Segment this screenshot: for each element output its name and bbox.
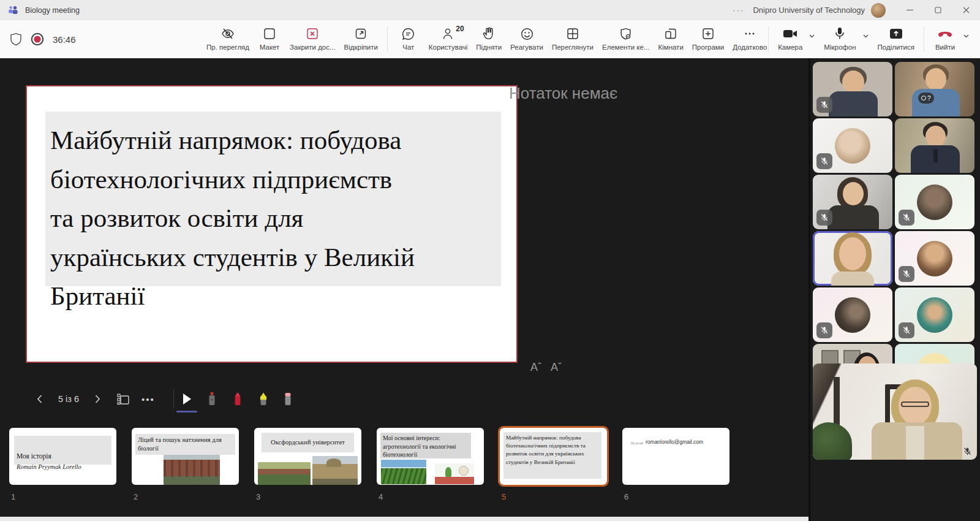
chat-button[interactable]: Чат: [393, 20, 424, 51]
slide-thumbnail-4[interactable]: Мої основні інтереси: агротехнології та …: [377, 428, 484, 485]
microphone-icon: [834, 26, 846, 42]
chevron-left-icon: [34, 394, 45, 405]
font-increase-button[interactable]: Aˆ: [530, 361, 541, 374]
participant-avatar: [917, 297, 952, 333]
react-button[interactable]: Реагувати: [506, 20, 548, 51]
close-button[interactable]: [952, 0, 980, 20]
slide-thumbnail-6[interactable]: My email romanlorello@gmail.com: [622, 428, 729, 485]
participant-tile-5[interactable]: [813, 175, 892, 229]
mic-off-icon: [820, 326, 829, 335]
security-shield-icon[interactable]: [10, 32, 22, 46]
teams-app-icon: [8, 5, 19, 16]
yellow-highlighter-icon: [258, 391, 269, 407]
share-button[interactable]: Поділитися: [873, 20, 919, 51]
slide-position-label: 5 із 6: [51, 388, 86, 410]
toolbar-divider: [387, 26, 388, 52]
microphone-dropdown-chevron-icon[interactable]: [862, 20, 870, 42]
shield-gear-icon: [619, 26, 633, 42]
pinned-speaker-video[interactable]: [813, 363, 977, 460]
camera-icon: [782, 26, 798, 42]
toolbar-divider: [768, 26, 769, 52]
nav-more-options-button[interactable]: •••: [138, 388, 158, 410]
apps-button[interactable]: Програми: [688, 20, 728, 51]
nav-ellipsis-icon: •••: [141, 394, 155, 405]
preview-button[interactable]: Пр. перегляд: [202, 20, 254, 51]
thumbnail-number-2: 2: [134, 492, 138, 501]
slide-thumbnail-1[interactable]: Моя історія Romain Pryymak Lorello: [9, 428, 116, 485]
nav-divider: [173, 389, 174, 409]
participants-button[interactable]: 20 Користувачі: [424, 20, 472, 51]
laser-pointer-icon: [206, 391, 217, 407]
maximize-button[interactable]: [924, 0, 952, 20]
popout-icon: [354, 26, 368, 42]
highlighter-tool-button[interactable]: [255, 388, 272, 410]
mic-off-icon: [820, 213, 829, 222]
participant-avatar: [917, 241, 952, 276]
record-indicator-icon[interactable]: [31, 32, 44, 46]
minimize-icon: [907, 7, 913, 13]
titlebar-overflow-icon[interactable]: ···: [733, 6, 744, 15]
breakout-rooms-button[interactable]: Кімнати: [654, 20, 687, 51]
leave-dropdown-chevron-icon[interactable]: [962, 20, 970, 42]
pen-tool-button[interactable]: [229, 388, 246, 410]
ellipsis-icon: [743, 26, 756, 42]
chat-icon: [401, 26, 415, 42]
stop-sharing-button[interactable]: Закрити дос...: [285, 20, 340, 51]
selected-tool-indicator: [176, 411, 197, 413]
participant-tile-7-active-speaker[interactable]: [813, 231, 892, 286]
mic-off-icon: [902, 213, 911, 222]
eraser-tool-button[interactable]: [279, 388, 296, 410]
smiley-icon: [520, 26, 534, 42]
bottom-edge-strip: [0, 517, 810, 521]
participant-tile-2[interactable]: ?: [895, 62, 974, 116]
thumbnail-number-3: 3: [256, 492, 260, 501]
view-button[interactable]: Переглянути: [548, 20, 598, 51]
mic-off-icon: [820, 157, 829, 165]
participant-tile-10[interactable]: [895, 287, 974, 342]
slide-grid-view-button[interactable]: [114, 388, 132, 410]
participant-tile-8[interactable]: [895, 231, 974, 286]
camera-button[interactable]: Камера: [774, 20, 807, 51]
laser-pointer-tool-button[interactable]: [203, 388, 221, 410]
mic-off-icon: [820, 101, 829, 109]
muted-mic-badge: [899, 266, 914, 282]
participant-tile-4[interactable]: [895, 118, 974, 173]
notes-placeholder: Нотаток немає: [509, 84, 617, 103]
slide-thumbnail-5-selected[interactable]: Майбутній напрямок: побудова біотехнолог…: [500, 428, 607, 485]
eraser-icon: [282, 391, 293, 407]
sidebar-divider: [809, 58, 810, 521]
meeting-controls-button[interactable]: Елементи ке...: [598, 20, 654, 51]
muted-mic-badge: [816, 322, 832, 338]
unpin-button[interactable]: Відкріпити: [340, 20, 382, 51]
participant-tile-6[interactable]: [895, 175, 974, 229]
current-slide[interactable]: Майбутній напрямок: побудова біотехнолог…: [26, 85, 518, 363]
layout-icon: [263, 26, 276, 42]
close-icon: [963, 7, 970, 13]
font-decrease-button[interactable]: Aˇ: [551, 361, 562, 374]
participant-tile-9[interactable]: [813, 287, 892, 342]
minimize-button[interactable]: [895, 0, 924, 20]
microphone-button[interactable]: Мікрофон: [820, 20, 860, 51]
meeting-title: Biology meeting: [25, 6, 80, 15]
participant-tile-3[interactable]: [813, 118, 892, 173]
slide-thumbnail-2[interactable]: Ліцей та пошук натхнення для біології: [132, 428, 239, 485]
muted-mic-badge: [816, 210, 832, 226]
previous-slide-button[interactable]: [32, 388, 48, 410]
thumbnail-number-1: 1: [11, 492, 15, 501]
account-avatar[interactable]: [871, 3, 886, 18]
mic-off-dark-icon: [963, 447, 972, 456]
raise-hand-button[interactable]: Підняти: [472, 20, 506, 51]
leave-button[interactable]: Вийти: [929, 20, 961, 51]
participant-avatar: [835, 128, 870, 164]
diagram-plant: [445, 467, 451, 477]
mic-off-icon: [902, 270, 911, 278]
cursor-tool-button[interactable]: [178, 388, 196, 410]
muted-mic-badge: [816, 97, 832, 113]
participant-tile-1[interactable]: [813, 62, 892, 116]
layout-button[interactable]: Макет: [254, 20, 285, 51]
next-slide-button[interactable]: [89, 388, 105, 410]
oxford-garden-photo: [258, 462, 311, 485]
camera-dropdown-chevron-icon[interactable]: [808, 20, 816, 42]
slide-thumbnail-3[interactable]: Оксфордський університет: [254, 428, 361, 485]
sweater-collar: [906, 426, 924, 460]
